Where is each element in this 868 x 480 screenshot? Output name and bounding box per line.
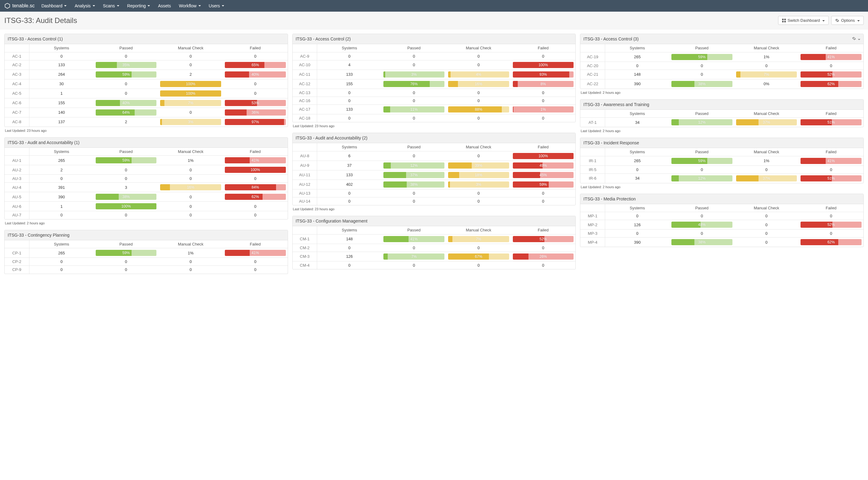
- percent-bar[interactable]: 52%: [801, 222, 862, 228]
- table-row[interactable]: AC-18 0 0 0 0: [292, 114, 576, 122]
- percent-bar[interactable]: 35%: [96, 62, 157, 68]
- percent-bar[interactable]: 100%: [513, 153, 574, 159]
- nav-link-workflow[interactable]: Workflow: [179, 3, 200, 8]
- nav-link-assets[interactable]: Assets: [158, 3, 171, 8]
- table-row[interactable]: CM-4 0 0 0 0: [292, 261, 576, 269]
- percent-bar[interactable]: 59%: [513, 182, 574, 188]
- percent-bar[interactable]: 100%: [96, 203, 157, 210]
- table-row[interactable]: AC-10 4 0 0 100%: [292, 60, 576, 70]
- nav-link-scans[interactable]: Scans: [103, 3, 119, 8]
- table-row[interactable]: AC-19 265 59% 1% 41%: [580, 52, 863, 62]
- table-row[interactable]: IR-6 34 12% 37% 51%: [580, 173, 863, 183]
- table-row[interactable]: AU-11 133 37% 18% 45%: [292, 170, 576, 180]
- percent-bar[interactable]: 11%: [383, 106, 444, 113]
- percent-bar[interactable]: 40%: [225, 71, 286, 77]
- percent-bar[interactable]: 97%: [225, 119, 286, 125]
- table-row[interactable]: CP-1 265 59% 1% 41%: [5, 248, 288, 258]
- percent-bar[interactable]: 59%: [96, 157, 157, 163]
- panel-settings-button[interactable]: [852, 36, 860, 41]
- percent-bar[interactable]: 93%: [513, 71, 574, 77]
- percent-bar[interactable]: 41%: [225, 250, 286, 256]
- percent-bar[interactable]: 7%: [160, 100, 221, 106]
- table-row[interactable]: AC-20 0 0 0 0: [580, 62, 863, 70]
- table-row[interactable]: CM-3 126 7% 67% 26%: [292, 252, 576, 261]
- table-row[interactable]: AC-8 137 2 3% 97%: [5, 117, 288, 127]
- percent-bar[interactable]: 53%: [225, 100, 286, 106]
- percent-bar[interactable]: 62%: [801, 239, 862, 245]
- options-button[interactable]: Options: [831, 16, 864, 25]
- percent-bar[interactable]: 100%: [513, 62, 574, 68]
- percent-bar[interactable]: 41%: [801, 54, 862, 60]
- table-row[interactable]: AC-9 0 0 0 0: [292, 52, 576, 60]
- table-row[interactable]: AU-2 2 0 0 100%: [5, 165, 288, 175]
- table-row[interactable]: AC-16 0 0 0 0: [292, 97, 576, 104]
- percent-bar[interactable]: 67%: [448, 254, 509, 260]
- percent-bar[interactable]: 7%: [736, 71, 797, 77]
- table-row[interactable]: AC-3 264 59% 2 40%: [5, 70, 288, 79]
- nav-link-dashboard[interactable]: Dashboard: [41, 3, 67, 8]
- percent-bar[interactable]: 48%: [672, 222, 733, 228]
- table-row[interactable]: AU-14 0 0 0 0: [292, 197, 576, 205]
- table-row[interactable]: AU-13 0 0 0 0: [292, 189, 576, 197]
- percent-bar[interactable]: 62%: [801, 81, 862, 87]
- percent-bar[interactable]: 59%: [96, 250, 157, 256]
- table-row[interactable]: AU-8 6 0 0 100%: [292, 151, 576, 161]
- table-row[interactable]: AU-6 1 100% 0 0: [5, 202, 288, 211]
- table-row[interactable]: AC-11 133 3% 4% 93%: [292, 70, 576, 79]
- table-row[interactable]: AU-3 0 0 0 0: [5, 175, 288, 183]
- nav-link-users[interactable]: Users: [209, 3, 224, 8]
- percent-bar[interactable]: 16%: [448, 81, 509, 87]
- percent-bar[interactable]: 51%: [801, 175, 862, 182]
- table-row[interactable]: IR-5 0 0 0 0: [580, 165, 863, 173]
- table-row[interactable]: AC-2 133 35% 0 65%: [5, 60, 288, 70]
- percent-bar[interactable]: 3%: [383, 71, 444, 77]
- percent-bar[interactable]: 12%: [383, 162, 444, 168]
- percent-bar[interactable]: 100%: [225, 167, 286, 173]
- table-row[interactable]: AC-1 0 0 0 0: [5, 52, 288, 60]
- percent-bar[interactable]: 59%: [672, 54, 733, 60]
- table-row[interactable]: AC-17 133 11% 88% 1%: [292, 104, 576, 114]
- brand-logo[interactable]: tenable.sc: [4, 3, 35, 9]
- percent-bar[interactable]: 38%: [672, 81, 733, 87]
- table-row[interactable]: AU-12 402 38% 3% 59%: [292, 180, 576, 189]
- percent-bar[interactable]: 59%: [672, 158, 733, 164]
- percent-bar[interactable]: 59%: [96, 71, 157, 77]
- percent-bar[interactable]: 16%: [160, 184, 221, 190]
- table-row[interactable]: AU-1 265 59% 1% 41%: [5, 156, 288, 165]
- percent-bar[interactable]: 38%: [96, 194, 157, 200]
- percent-bar[interactable]: 88%: [448, 106, 509, 113]
- percent-bar[interactable]: 37%: [736, 119, 797, 125]
- table-row[interactable]: CP-9 0 0 0 0: [5, 266, 288, 274]
- percent-bar[interactable]: 18%: [448, 172, 509, 178]
- table-row[interactable]: IR-1 265 59% 1% 41%: [580, 156, 863, 165]
- percent-bar[interactable]: 51%: [801, 119, 862, 125]
- table-row[interactable]: AC-4 30 0 100% 0: [5, 79, 288, 89]
- percent-bar[interactable]: 3%: [448, 182, 509, 188]
- table-row[interactable]: AC-6 155 40% 7% 53%: [5, 98, 288, 107]
- percent-bar[interactable]: 41%: [801, 158, 862, 164]
- percent-bar[interactable]: 45%: [513, 172, 574, 178]
- table-row[interactable]: AC-21 148 0 7% 52%: [580, 70, 863, 79]
- nav-link-analysis[interactable]: Analysis: [74, 3, 95, 8]
- table-row[interactable]: CM-2 0 0 0 0: [292, 244, 576, 252]
- table-row[interactable]: MP-2 126 48% 0 52%: [580, 220, 863, 230]
- table-row[interactable]: MP-4 390 38% 0 62%: [580, 237, 863, 247]
- percent-bar[interactable]: 3%: [160, 119, 221, 125]
- table-row[interactable]: AU-9 37 12% 39% 49%: [292, 161, 576, 170]
- table-row[interactable]: MP-3 0 0 0 0: [580, 230, 863, 237]
- percent-bar[interactable]: 40%: [96, 100, 157, 106]
- percent-bar[interactable]: 41%: [383, 236, 444, 242]
- table-row[interactable]: AC-22 390 38% 0% 62%: [580, 79, 863, 89]
- percent-bar[interactable]: 12%: [672, 175, 733, 182]
- table-row[interactable]: AU-4 391 3 16% 84%: [5, 183, 288, 192]
- table-row[interactable]: CM-1 148 41% 7% 52%: [292, 234, 576, 244]
- percent-bar[interactable]: 8%: [513, 81, 574, 87]
- table-row[interactable]: AT-1 34 12% 37% 51%: [580, 118, 863, 127]
- percent-bar[interactable]: 7%: [448, 236, 509, 242]
- percent-bar[interactable]: 7%: [383, 254, 444, 260]
- percent-bar[interactable]: 62%: [225, 194, 286, 200]
- percent-bar[interactable]: 38%: [672, 239, 733, 245]
- percent-bar[interactable]: 52%: [513, 236, 574, 242]
- percent-bar[interactable]: 52%: [801, 71, 862, 77]
- percent-bar[interactable]: 39%: [448, 162, 509, 168]
